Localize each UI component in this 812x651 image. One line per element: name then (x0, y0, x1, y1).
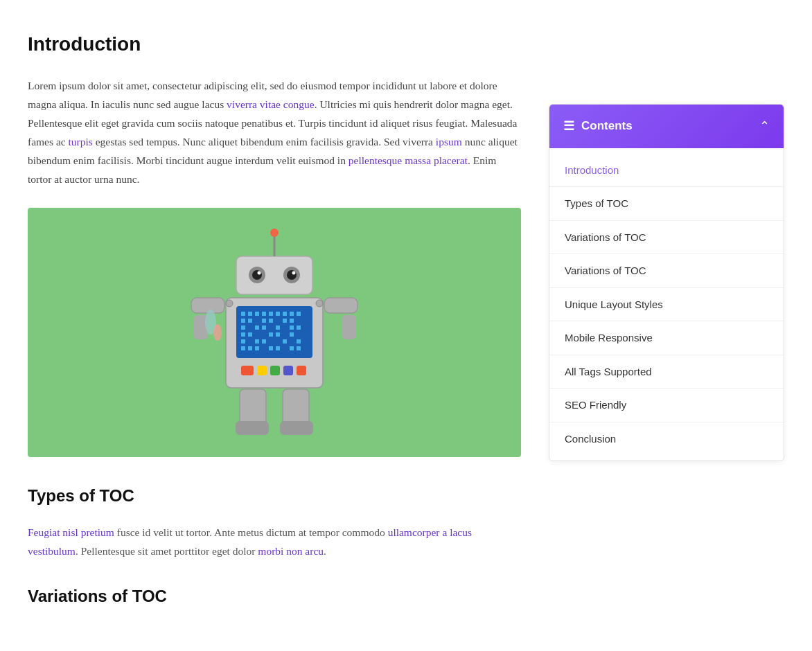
section1-heading: Types of TOC (28, 482, 521, 510)
toc-header-label: Contents (581, 116, 633, 136)
svg-rect-38 (290, 346, 294, 350)
svg-point-46 (292, 271, 296, 275)
robot-svg (164, 215, 385, 450)
svg-rect-4 (255, 312, 259, 316)
robot-illustration (28, 208, 521, 457)
chevron-up-icon: ⌃ (759, 116, 770, 137)
toc-item-types-of-toc[interactable]: Types of TOC (549, 187, 784, 221)
svg-rect-36 (269, 346, 273, 350)
svg-rect-18 (255, 326, 259, 330)
toc-item-variations-of-toc-2[interactable]: Variations of TOC (549, 254, 784, 288)
svg-point-63 (316, 300, 323, 307)
svg-rect-40 (236, 256, 312, 294)
svg-rect-11 (241, 319, 245, 323)
svg-rect-6 (269, 312, 273, 316)
svg-point-48 (270, 229, 279, 237)
svg-rect-23 (241, 332, 245, 337)
toc-item-variations-of-toc-1[interactable]: Variations of TOC (549, 221, 784, 255)
section1-body: Feugiat nisl pretium fusce id velit ut t… (28, 523, 521, 560)
toc-item-all-tags-supported[interactable]: All Tags Supported (549, 355, 784, 389)
toc-item-unique-layout-styles[interactable]: Unique Layout Styles (549, 288, 784, 322)
svg-rect-31 (283, 339, 287, 344)
toc-item-introduction[interactable]: Introduction (549, 154, 784, 188)
svg-point-65 (213, 324, 222, 341)
article-heading: Introduction (28, 28, 521, 61)
svg-rect-17 (241, 326, 245, 330)
svg-rect-39 (297, 346, 301, 350)
svg-rect-49 (191, 298, 224, 313)
svg-point-44 (287, 270, 297, 280)
article-image (28, 208, 521, 457)
svg-rect-30 (262, 339, 266, 344)
svg-rect-9 (290, 312, 294, 316)
section2-heading: Variations of TOC (28, 582, 521, 611)
svg-rect-26 (276, 332, 280, 337)
svg-rect-5 (262, 312, 266, 316)
toc-items: Introduction Types of TOC Variations of … (549, 148, 784, 461)
svg-rect-59 (270, 366, 280, 375)
svg-point-45 (258, 271, 261, 275)
svg-rect-37 (276, 346, 280, 350)
svg-rect-24 (248, 332, 252, 337)
svg-point-62 (226, 300, 233, 307)
svg-rect-25 (269, 332, 273, 337)
svg-rect-34 (248, 346, 252, 350)
svg-rect-33 (241, 346, 245, 350)
svg-rect-13 (262, 319, 266, 323)
toc-item-seo-friendly[interactable]: SEO Friendly (549, 389, 784, 422)
svg-rect-3 (248, 312, 252, 316)
toc-widget: ☰ Contents ⌃ Introduction Types of TOC V… (549, 104, 784, 461)
sidebar: ☰ Contents ⌃ Introduction Types of TOC V… (549, 28, 784, 623)
svg-rect-60 (283, 366, 293, 375)
toc-item-mobile-responsive[interactable]: Mobile Responsive (549, 321, 784, 355)
svg-rect-14 (269, 319, 273, 323)
svg-rect-32 (297, 339, 301, 344)
toc-header[interactable]: ☰ Contents ⌃ (549, 105, 784, 148)
svg-rect-29 (255, 339, 259, 344)
article-body: Lorem ipsum dolor sit amet, consectetur … (28, 76, 521, 189)
svg-rect-52 (342, 315, 356, 339)
svg-rect-12 (248, 319, 252, 323)
svg-rect-28 (241, 339, 245, 344)
svg-rect-2 (241, 312, 245, 316)
svg-rect-8 (283, 312, 287, 316)
toc-list-icon: ☰ (563, 116, 574, 137)
svg-rect-55 (236, 421, 269, 435)
svg-rect-7 (276, 312, 280, 316)
svg-rect-15 (283, 319, 287, 323)
svg-rect-19 (262, 326, 266, 330)
toc-header-left: ☰ Contents (563, 116, 633, 137)
svg-rect-27 (290, 332, 294, 337)
svg-rect-22 (297, 326, 301, 330)
svg-rect-20 (276, 326, 280, 330)
svg-rect-61 (297, 366, 306, 375)
toc-item-conclusion[interactable]: Conclusion (549, 422, 784, 456)
page-wrapper: Introduction Lorem ipsum dolor sit amet,… (0, 0, 812, 651)
svg-rect-16 (290, 319, 294, 323)
svg-rect-58 (257, 366, 267, 375)
svg-rect-1 (236, 306, 312, 358)
svg-point-43 (252, 270, 262, 280)
svg-rect-50 (324, 298, 358, 313)
svg-rect-35 (255, 346, 259, 350)
svg-rect-21 (290, 326, 294, 330)
main-content: Introduction Lorem ipsum dolor sit amet,… (28, 28, 521, 623)
svg-rect-56 (280, 421, 313, 435)
svg-rect-10 (297, 312, 301, 316)
svg-rect-57 (241, 366, 254, 375)
